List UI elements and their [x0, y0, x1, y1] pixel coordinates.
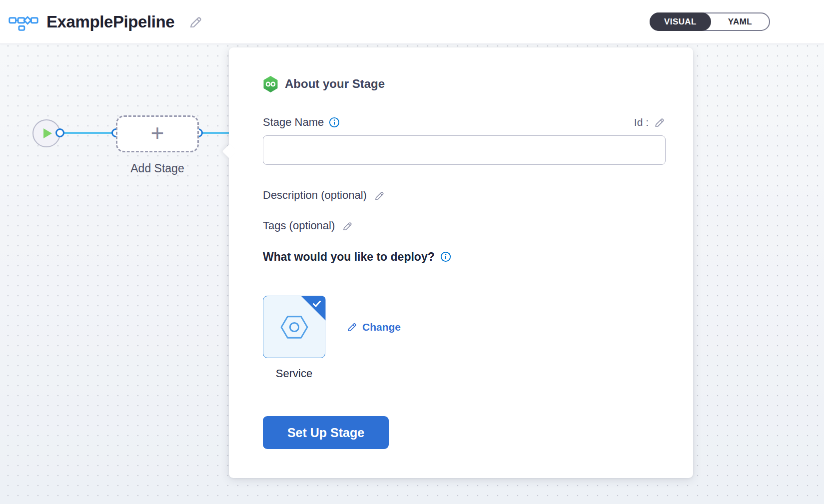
pipeline-studio-screen: ExamplePipeline VISUAL YAML + Add Stage — [0, 0, 824, 504]
set-up-stage-button[interactable]: Set Up Stage — [263, 416, 389, 449]
deploy-question-label: What would you like to deploy? — [263, 250, 435, 264]
stage-id-label: Id : — [634, 116, 649, 128]
stage-name-row: Stage Name Id : — [263, 115, 666, 129]
description-edit-pencil-icon[interactable] — [374, 190, 385, 201]
add-stage-label: Add Stage — [116, 162, 199, 175]
panel-arrow — [222, 144, 236, 158]
mode-toggle: VISUAL YAML — [650, 12, 770, 31]
description-row: Description (optional) — [263, 188, 666, 203]
page-title: ExamplePipeline — [46, 12, 174, 31]
tags-label: Tags (optional) — [263, 219, 335, 232]
change-deploy-type-link[interactable]: Change — [346, 321, 401, 333]
tags-edit-pencil-icon[interactable] — [342, 220, 353, 232]
connector-line — [56, 132, 118, 134]
connector-point — [55, 128, 64, 137]
stage-name-label: Stage Name — [263, 116, 324, 129]
tab-visual[interactable]: VISUAL — [650, 12, 711, 31]
check-icon — [313, 301, 321, 307]
plus-icon: + — [151, 121, 164, 144]
change-link-label: Change — [362, 321, 401, 333]
title-edit-pencil-icon[interactable] — [188, 14, 203, 29]
tab-yaml[interactable]: YAML — [711, 12, 769, 31]
change-pencil-icon — [346, 321, 358, 333]
about-stage-panel: About your Stage Stage Name Id : — [229, 47, 693, 478]
deploy-stage-icon — [263, 75, 278, 93]
description-label: Description (optional) — [263, 189, 367, 202]
deploy-info-icon[interactable] — [440, 251, 451, 262]
top-bar: ExamplePipeline VISUAL YAML — [0, 0, 824, 44]
pipeline-icon — [8, 12, 38, 32]
tags-row: Tags (optional) — [263, 218, 666, 233]
panel-title: About your Stage — [285, 77, 385, 91]
deploy-type-card-service[interactable] — [263, 296, 325, 358]
stage-name-info-icon[interactable] — [329, 117, 340, 128]
stage-name-input[interactable] — [263, 135, 666, 165]
service-card-label: Service — [263, 367, 325, 380]
play-icon — [43, 128, 52, 138]
pipeline-canvas[interactable]: + Add Stage About — [0, 44, 824, 504]
deploy-type-row: Change — [263, 296, 666, 358]
deploy-question-row: What would you like to deploy? — [263, 249, 666, 265]
add-stage-node[interactable]: + — [116, 115, 199, 152]
service-icon — [279, 314, 309, 340]
id-edit-pencil-icon[interactable] — [654, 116, 666, 128]
panel-header: About your Stage — [263, 75, 666, 92]
